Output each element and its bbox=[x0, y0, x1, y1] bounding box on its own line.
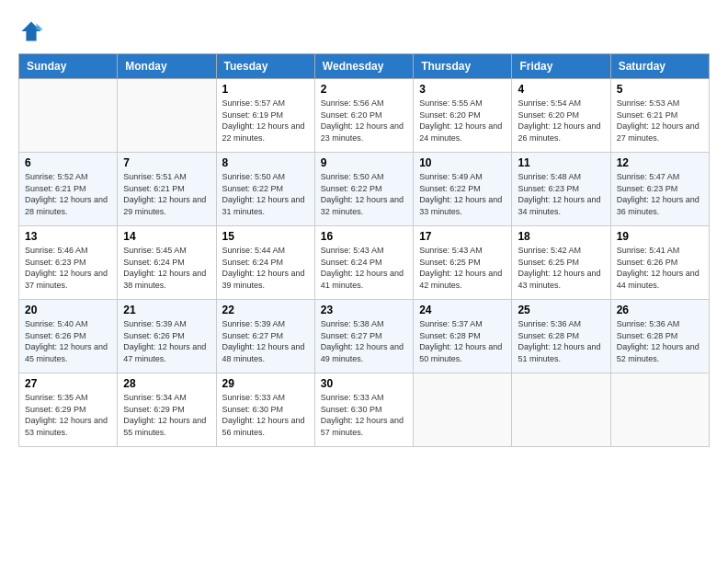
svg-marker-1 bbox=[37, 24, 43, 30]
day-number: 26 bbox=[617, 304, 703, 316]
calendar-day-cell bbox=[512, 373, 610, 447]
calendar-day-cell: 6Sunrise: 5:52 AM Sunset: 6:21 PM Daylig… bbox=[19, 153, 118, 226]
day-detail: Sunrise: 5:48 AM Sunset: 6:23 PM Dayligh… bbox=[518, 171, 604, 217]
calendar-day-cell: 1Sunrise: 5:57 AM Sunset: 6:19 PM Daylig… bbox=[216, 79, 314, 153]
calendar-header-row: SundayMondayTuesdayWednesdayThursdayFrid… bbox=[19, 54, 710, 79]
calendar-day-cell: 9Sunrise: 5:50 AM Sunset: 6:22 PM Daylig… bbox=[314, 153, 413, 226]
day-detail: Sunrise: 5:53 AM Sunset: 6:21 PM Dayligh… bbox=[617, 98, 703, 144]
day-number: 9 bbox=[321, 156, 407, 169]
calendar-day-cell: 20Sunrise: 5:40 AM Sunset: 6:26 PM Dayli… bbox=[19, 300, 118, 373]
day-number: 25 bbox=[518, 304, 604, 316]
day-number: 13 bbox=[25, 230, 111, 243]
calendar-day-cell: 7Sunrise: 5:51 AM Sunset: 6:21 PM Daylig… bbox=[118, 153, 216, 226]
day-number: 29 bbox=[222, 377, 309, 390]
day-detail: Sunrise: 5:37 AM Sunset: 6:28 PM Dayligh… bbox=[419, 318, 506, 364]
calendar-day-cell bbox=[118, 79, 216, 153]
day-detail: Sunrise: 5:43 AM Sunset: 6:24 PM Dayligh… bbox=[321, 245, 407, 291]
day-number: 17 bbox=[419, 230, 506, 243]
calendar-day-cell: 10Sunrise: 5:49 AM Sunset: 6:22 PM Dayli… bbox=[414, 153, 512, 226]
day-detail: Sunrise: 5:43 AM Sunset: 6:25 PM Dayligh… bbox=[419, 245, 506, 291]
day-detail: Sunrise: 5:50 AM Sunset: 6:22 PM Dayligh… bbox=[222, 171, 309, 217]
day-detail: Sunrise: 5:35 AM Sunset: 6:29 PM Dayligh… bbox=[25, 392, 111, 438]
day-number: 1 bbox=[222, 83, 309, 96]
calendar-day-cell: 2Sunrise: 5:56 AM Sunset: 6:20 PM Daylig… bbox=[314, 79, 413, 153]
day-number: 5 bbox=[617, 83, 703, 96]
day-number: 12 bbox=[617, 156, 703, 169]
calendar-day-cell: 15Sunrise: 5:44 AM Sunset: 6:24 PM Dayli… bbox=[216, 226, 314, 300]
weekday-header: Saturday bbox=[610, 54, 709, 79]
day-number: 27 bbox=[25, 377, 111, 390]
logo bbox=[18, 18, 48, 44]
day-number: 7 bbox=[123, 156, 210, 169]
calendar-table: SundayMondayTuesdayWednesdayThursdayFrid… bbox=[18, 53, 710, 447]
calendar-day-cell bbox=[19, 79, 118, 153]
day-number: 19 bbox=[617, 230, 703, 243]
calendar-day-cell: 24Sunrise: 5:37 AM Sunset: 6:28 PM Dayli… bbox=[414, 300, 512, 373]
weekday-header: Thursday bbox=[414, 54, 512, 79]
calendar-day-cell bbox=[610, 373, 709, 447]
calendar-day-cell: 4Sunrise: 5:54 AM Sunset: 6:20 PM Daylig… bbox=[512, 79, 610, 153]
day-number: 28 bbox=[123, 377, 210, 390]
calendar-day-cell: 28Sunrise: 5:34 AM Sunset: 6:29 PM Dayli… bbox=[118, 373, 216, 447]
calendar-day-cell: 23Sunrise: 5:38 AM Sunset: 6:27 PM Dayli… bbox=[314, 300, 413, 373]
day-detail: Sunrise: 5:45 AM Sunset: 6:24 PM Dayligh… bbox=[123, 245, 210, 291]
day-detail: Sunrise: 5:57 AM Sunset: 6:19 PM Dayligh… bbox=[222, 98, 309, 144]
day-detail: Sunrise: 5:47 AM Sunset: 6:23 PM Dayligh… bbox=[617, 171, 703, 217]
calendar-day-cell: 16Sunrise: 5:43 AM Sunset: 6:24 PM Dayli… bbox=[314, 226, 413, 300]
calendar-week-row: 20Sunrise: 5:40 AM Sunset: 6:26 PM Dayli… bbox=[19, 300, 710, 373]
calendar-day-cell: 12Sunrise: 5:47 AM Sunset: 6:23 PM Dayli… bbox=[610, 153, 709, 226]
calendar-week-row: 1Sunrise: 5:57 AM Sunset: 6:19 PM Daylig… bbox=[19, 79, 710, 153]
day-number: 14 bbox=[123, 230, 210, 243]
day-number: 23 bbox=[321, 304, 407, 316]
calendar-day-cell: 27Sunrise: 5:35 AM Sunset: 6:29 PM Dayli… bbox=[19, 373, 118, 447]
day-detail: Sunrise: 5:36 AM Sunset: 6:28 PM Dayligh… bbox=[518, 318, 604, 364]
calendar-week-row: 27Sunrise: 5:35 AM Sunset: 6:29 PM Dayli… bbox=[19, 373, 710, 447]
weekday-header: Monday bbox=[118, 54, 216, 79]
day-detail: Sunrise: 5:39 AM Sunset: 6:26 PM Dayligh… bbox=[123, 318, 210, 364]
calendar-day-cell: 19Sunrise: 5:41 AM Sunset: 6:26 PM Dayli… bbox=[610, 226, 709, 300]
page-header bbox=[18, 18, 710, 44]
day-detail: Sunrise: 5:55 AM Sunset: 6:20 PM Dayligh… bbox=[419, 98, 506, 144]
day-detail: Sunrise: 5:36 AM Sunset: 6:28 PM Dayligh… bbox=[617, 318, 703, 364]
day-detail: Sunrise: 5:56 AM Sunset: 6:20 PM Dayligh… bbox=[321, 98, 407, 144]
day-number: 22 bbox=[222, 304, 309, 316]
day-number: 15 bbox=[222, 230, 309, 243]
calendar-day-cell: 5Sunrise: 5:53 AM Sunset: 6:21 PM Daylig… bbox=[610, 79, 709, 153]
day-number: 8 bbox=[222, 156, 309, 169]
weekday-header: Friday bbox=[512, 54, 610, 79]
day-number: 30 bbox=[321, 377, 407, 390]
day-detail: Sunrise: 5:54 AM Sunset: 6:20 PM Dayligh… bbox=[518, 98, 604, 144]
calendar-day-cell: 22Sunrise: 5:39 AM Sunset: 6:27 PM Dayli… bbox=[216, 300, 314, 373]
day-number: 24 bbox=[419, 304, 506, 316]
svg-marker-0 bbox=[22, 22, 41, 41]
logo-icon bbox=[18, 18, 44, 44]
day-detail: Sunrise: 5:40 AM Sunset: 6:26 PM Dayligh… bbox=[25, 318, 111, 364]
calendar-day-cell: 21Sunrise: 5:39 AM Sunset: 6:26 PM Dayli… bbox=[118, 300, 216, 373]
day-number: 6 bbox=[25, 156, 111, 169]
calendar-day-cell bbox=[414, 373, 512, 447]
calendar-day-cell: 17Sunrise: 5:43 AM Sunset: 6:25 PM Dayli… bbox=[414, 226, 512, 300]
day-detail: Sunrise: 5:42 AM Sunset: 6:25 PM Dayligh… bbox=[518, 245, 604, 291]
calendar-day-cell: 8Sunrise: 5:50 AM Sunset: 6:22 PM Daylig… bbox=[216, 153, 314, 226]
calendar-day-cell: 25Sunrise: 5:36 AM Sunset: 6:28 PM Dayli… bbox=[512, 300, 610, 373]
day-number: 18 bbox=[518, 230, 604, 243]
weekday-header: Sunday bbox=[19, 54, 118, 79]
day-number: 3 bbox=[419, 83, 506, 96]
weekday-header: Wednesday bbox=[314, 54, 413, 79]
day-detail: Sunrise: 5:34 AM Sunset: 6:29 PM Dayligh… bbox=[123, 392, 210, 438]
calendar-day-cell: 30Sunrise: 5:33 AM Sunset: 6:30 PM Dayli… bbox=[314, 373, 413, 447]
calendar-day-cell: 11Sunrise: 5:48 AM Sunset: 6:23 PM Dayli… bbox=[512, 153, 610, 226]
calendar-week-row: 13Sunrise: 5:46 AM Sunset: 6:23 PM Dayli… bbox=[19, 226, 710, 300]
day-detail: Sunrise: 5:51 AM Sunset: 6:21 PM Dayligh… bbox=[123, 171, 210, 217]
day-detail: Sunrise: 5:39 AM Sunset: 6:27 PM Dayligh… bbox=[222, 318, 309, 364]
calendar-week-row: 6Sunrise: 5:52 AM Sunset: 6:21 PM Daylig… bbox=[19, 153, 710, 226]
calendar-day-cell: 26Sunrise: 5:36 AM Sunset: 6:28 PM Dayli… bbox=[610, 300, 709, 373]
day-number: 11 bbox=[518, 156, 604, 169]
calendar-day-cell: 13Sunrise: 5:46 AM Sunset: 6:23 PM Dayli… bbox=[19, 226, 118, 300]
day-number: 4 bbox=[518, 83, 604, 96]
day-number: 20 bbox=[25, 304, 111, 316]
day-detail: Sunrise: 5:50 AM Sunset: 6:22 PM Dayligh… bbox=[321, 171, 407, 217]
calendar-day-cell: 3Sunrise: 5:55 AM Sunset: 6:20 PM Daylig… bbox=[414, 79, 512, 153]
day-detail: Sunrise: 5:44 AM Sunset: 6:24 PM Dayligh… bbox=[222, 245, 309, 291]
day-detail: Sunrise: 5:33 AM Sunset: 6:30 PM Dayligh… bbox=[321, 392, 407, 438]
